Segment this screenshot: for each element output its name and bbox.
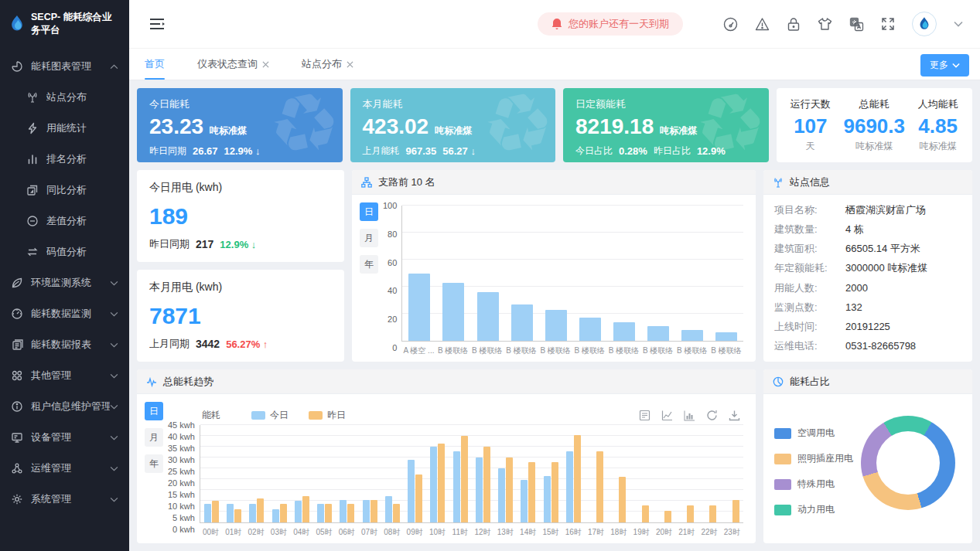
branch-bar-0[interactable]	[408, 274, 430, 342]
collapse-sidebar-icon[interactable]	[149, 18, 165, 30]
trend-bar-昨日[interactable]	[551, 462, 558, 522]
trend-bar-今日[interactable]	[385, 496, 392, 522]
trend-bar-今日[interactable]	[249, 504, 256, 522]
sidebar-subitem-4[interactable]: 差值分析	[0, 206, 129, 236]
trend-bar-今日[interactable]	[430, 447, 437, 522]
branch-bar-3[interactable]	[511, 304, 533, 341]
trend-bar-昨日[interactable]	[596, 451, 603, 522]
translate-icon[interactable]	[849, 17, 864, 32]
trend-bar-今日[interactable]	[295, 501, 302, 522]
data-view-icon[interactable]	[639, 410, 650, 421]
trend-bar-昨日[interactable]	[257, 498, 264, 522]
branch-bar-5[interactable]	[579, 318, 601, 341]
ratio-legend-1[interactable]: 照明插座用电	[774, 452, 853, 465]
sidebar-item-5[interactable]: 租户信息维护管理	[0, 391, 129, 422]
trend-bar-昨日[interactable]	[664, 511, 671, 522]
trend-bar-昨日[interactable]	[506, 457, 513, 522]
tab-close-icon[interactable]	[262, 61, 269, 68]
trend-bar-昨日[interactable]	[280, 504, 287, 522]
trend-bar-今日[interactable]	[317, 504, 324, 522]
stat-card-0[interactable]: 今日能耗23.23吨标准煤昨日同期26.6712.9% ↓♻	[137, 88, 343, 162]
dashboard-gauge-icon[interactable]	[723, 17, 738, 32]
ratio-legend-2[interactable]: 特殊用电	[774, 478, 853, 491]
download-icon[interactable]	[729, 410, 740, 421]
sidebar-item-0[interactable]: 能耗图表管理	[0, 51, 129, 82]
line-chart-icon[interactable]	[661, 410, 673, 421]
branch-bar-6[interactable]	[613, 322, 635, 341]
energy-ratio-donut-chart[interactable]	[861, 416, 955, 510]
trend-bar-昨日[interactable]	[302, 496, 309, 522]
trend-bar-今日[interactable]	[340, 500, 347, 522]
user-menu-chevron-icon[interactable]	[954, 21, 963, 27]
warning-triangle-icon[interactable]	[755, 17, 770, 32]
sidebar-subitem-5[interactable]: 码值分析	[0, 236, 129, 267]
trend-bar-昨日[interactable]	[687, 505, 694, 522]
trend-bar-今日[interactable]	[544, 476, 551, 522]
trend-bar-今日[interactable]	[498, 468, 505, 522]
stat-card-1[interactable]: 本月能耗423.02吨标准煤上月能耗967.3556.27 ↓♻	[350, 88, 556, 162]
branch-bar-8[interactable]	[681, 330, 703, 341]
branch-bar-4[interactable]	[545, 310, 567, 341]
trend-bar-昨日[interactable]	[461, 436, 468, 522]
trend-bar-昨日[interactable]	[370, 500, 377, 522]
sidebar-item-7[interactable]: 运维管理	[0, 453, 129, 484]
sidebar-subitem-1[interactable]: 用能统计	[0, 113, 129, 144]
trend-bar-昨日[interactable]	[528, 462, 535, 522]
sidebar-item-4[interactable]: 其他管理	[0, 360, 129, 391]
trend-bar-昨日[interactable]	[483, 447, 490, 522]
trend-bar-昨日[interactable]	[347, 504, 354, 522]
trend-bar-今日[interactable]	[363, 500, 370, 522]
sidebar-item-1[interactable]: 环境监测系统	[0, 267, 129, 298]
ratio-legend-0[interactable]: 空调用电	[774, 427, 853, 440]
trend-bar-昨日[interactable]	[619, 477, 626, 522]
sidebar-subitem-0[interactable]: 站点分布	[0, 82, 129, 113]
trend-bar-昨日[interactable]	[393, 504, 400, 522]
sidebar-item-3[interactable]: 能耗数据报表	[0, 329, 129, 360]
legend-今日[interactable]: 今日	[251, 409, 289, 422]
lock-icon[interactable]	[787, 17, 801, 32]
app-logo[interactable]: SECP- 能耗综合业务平台	[0, 0, 129, 48]
trend-period-月[interactable]: 月	[145, 428, 163, 447]
trend-bar-昨日[interactable]	[212, 501, 219, 522]
trend-bar-昨日[interactable]	[234, 509, 241, 522]
sidebar-item-2[interactable]: 能耗数据监测	[0, 298, 129, 329]
tab-2[interactable]: 站点分布	[302, 49, 353, 80]
trend-period-日[interactable]: 日	[145, 402, 163, 420]
tab-close-icon[interactable]	[347, 61, 353, 68]
trend-bar-今日[interactable]	[272, 509, 279, 522]
refresh-icon[interactable]	[706, 410, 718, 421]
sidebar-subitem-3[interactable]: 同比分析	[0, 175, 129, 206]
ratio-legend-3[interactable]: 动力用电	[774, 503, 853, 516]
branch-bar-1[interactable]	[442, 283, 464, 341]
legend-昨日[interactable]: 昨日	[309, 409, 346, 422]
branch-bar-7[interactable]	[647, 326, 669, 341]
tab-1[interactable]: 仪表状态查询	[197, 49, 269, 80]
trend-bar-昨日[interactable]	[709, 505, 716, 522]
fullscreen-icon[interactable]	[881, 17, 895, 31]
trend-bar-今日[interactable]	[476, 457, 483, 522]
trend-bar-今日[interactable]	[566, 451, 573, 522]
bar-chart-icon[interactable]	[684, 410, 695, 421]
sidebar-item-8[interactable]: 系统管理	[0, 484, 129, 515]
trend-bar-昨日[interactable]	[574, 435, 581, 522]
trend-bar-昨日[interactable]	[415, 474, 422, 522]
branch-period-月[interactable]: 月	[360, 229, 378, 247]
trend-bar-今日[interactable]	[408, 460, 415, 522]
trend-bar-昨日[interactable]	[438, 444, 445, 522]
tab-0[interactable]: 首页	[145, 49, 165, 80]
branch-period-年[interactable]: 年	[360, 255, 378, 274]
trend-bar-昨日[interactable]	[642, 505, 649, 522]
more-tabs-button[interactable]: 更多	[920, 54, 969, 77]
branch-bar-2[interactable]	[477, 292, 499, 341]
sidebar-subitem-2[interactable]: 排名分析	[0, 144, 129, 175]
trend-period-年[interactable]: 年	[145, 454, 163, 473]
trend-bar-昨日[interactable]	[732, 500, 739, 522]
account-expiry-notice[interactable]: 您的账户还有一天到期	[538, 12, 683, 36]
branch-period-日[interactable]: 日	[360, 202, 378, 221]
trend-bar-今日[interactable]	[204, 504, 211, 522]
sidebar-item-6[interactable]: 设备管理	[0, 422, 129, 453]
stat-card-2[interactable]: 日定额能耗8219.18吨标准煤今日占比0.28%昨日占比12.9%♻	[563, 88, 769, 162]
trend-bar-今日[interactable]	[453, 451, 460, 522]
trend-bar-今日[interactable]	[521, 480, 528, 522]
user-avatar[interactable]	[912, 12, 937, 36]
